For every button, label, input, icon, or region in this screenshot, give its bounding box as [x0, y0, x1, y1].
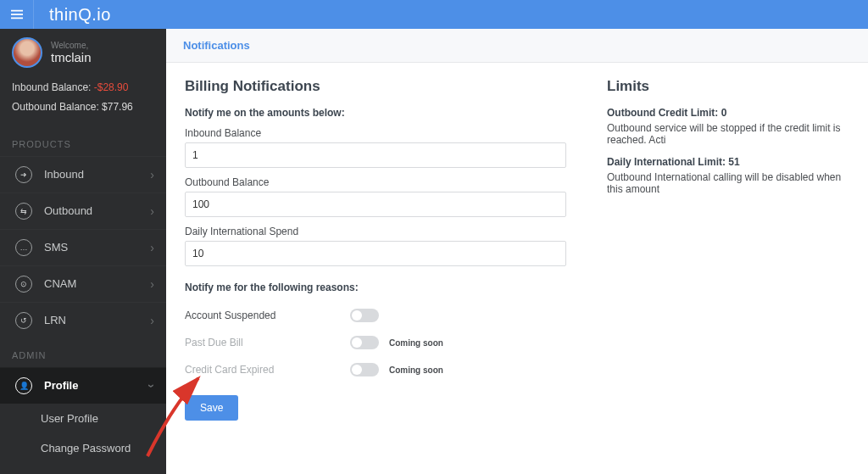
sidebar-item-label: Outbound [44, 204, 150, 217]
reason-label: Credit Card Expired [185, 364, 350, 376]
save-button[interactable]: Save [185, 395, 238, 421]
username: tmclain [51, 50, 92, 64]
welcome-label: Welcome, [51, 41, 92, 50]
reasons-subhead: Notify me for the following reasons: [185, 282, 566, 293]
reason-label: Past Due Bill [185, 337, 350, 349]
sidebar-item-label: SMS [44, 241, 150, 254]
brand-logo: thinQ.io [34, 5, 111, 25]
credit-limit-label: Outbound Credit Limit: 0 [607, 107, 849, 119]
inbound-balance-input[interactable] [185, 142, 566, 168]
inbound-balance-value: -$28.90 [94, 81, 129, 93]
chevron-right-icon: › [150, 204, 154, 218]
sidebar-item-sms[interactable]: … SMS › [0, 229, 166, 265]
sidebar-item-profile[interactable]: 👤 Profile › [0, 367, 166, 404]
reason-label: Account Suspended [185, 309, 350, 321]
reason-row: Credit Card Expired Coming soon [185, 356, 566, 383]
subnav-notifications[interactable]: Notifications [0, 463, 166, 474]
menu-toggle-button[interactable] [0, 0, 34, 29]
chevron-right-icon: › [150, 314, 154, 327]
user-block: Welcome, tmclain [0, 29, 166, 78]
cnam-icon: ⊙ [15, 276, 32, 293]
sidebar: Welcome, tmclain Inbound Balance: -$28.9… [0, 29, 166, 474]
inbound-balance-label: Inbound Balance [185, 127, 566, 139]
hamburger-icon [11, 8, 23, 20]
outbound-balance-value: $77.96 [102, 101, 133, 113]
reason-row: Account Suspended [185, 302, 566, 329]
breadcrumb: Notifications [183, 39, 250, 52]
sidebar-item-label: CNAM [44, 277, 150, 290]
profile-subnav: User Profile Change Password Notificatio… [0, 404, 166, 474]
account-suspended-toggle[interactable] [350, 309, 379, 322]
breadcrumb-bar: Notifications [166, 29, 868, 63]
lrn-icon: ↺ [15, 312, 32, 329]
balances: Inbound Balance: -$28.90 Outbound Balanc… [0, 78, 166, 127]
past-due-toggle[interactable] [350, 336, 379, 349]
sms-icon: … [15, 239, 32, 256]
intl-limit-label: Daily International Limit: 51 [607, 156, 849, 168]
profile-icon: 👤 [15, 377, 32, 394]
chevron-right-icon: › [150, 277, 154, 291]
admin-section-label: ADMIN [0, 338, 166, 367]
inbound-balance-label: Inbound Balance: [12, 81, 91, 93]
svg-rect-0 [11, 10, 23, 12]
chevron-down-icon: › [146, 383, 159, 388]
limits-panel: Limits Outbound Credit Limit: 0 Outbound… [607, 78, 849, 421]
svg-rect-2 [11, 18, 23, 20]
outbound-icon: ⇆ [15, 203, 32, 220]
outbound-balance-label: Outbound Balance: [12, 101, 99, 113]
topbar: thinQ.io [0, 0, 868, 29]
avatar [12, 37, 42, 68]
intl-spend-label: Daily International Spend [185, 226, 566, 237]
chevron-right-icon: › [150, 168, 154, 181]
svg-rect-1 [11, 14, 23, 15]
intl-spend-input[interactable] [185, 241, 566, 266]
sidebar-item-inbound[interactable]: ➜ Inbound › [0, 156, 166, 192]
cc-expired-toggle[interactable] [350, 363, 379, 376]
inbound-icon: ➜ [15, 166, 32, 183]
sidebar-item-label: Profile [44, 379, 150, 392]
chevron-right-icon: › [150, 241, 154, 254]
billing-panel: Billing Notifications Notify me on the a… [185, 78, 566, 421]
main: Notifications Billing Notifications Noti… [166, 29, 868, 474]
products-section-label: PRODUCTS [0, 127, 166, 156]
subnav-change-password[interactable]: Change Password [0, 433, 166, 463]
sidebar-item-label: LRN [44, 314, 150, 326]
subnav-user-profile[interactable]: User Profile [0, 404, 166, 433]
sidebar-item-label: Inbound [44, 168, 150, 181]
coming-soon-badge: Coming soon [389, 365, 443, 375]
credit-limit-note: Outbound service will be stopped if the … [607, 122, 849, 146]
coming-soon-badge: Coming soon [389, 338, 443, 348]
sidebar-item-outbound[interactable]: ⇆ Outbound › [0, 192, 166, 229]
reason-row: Past Due Bill Coming soon [185, 329, 566, 356]
billing-title: Billing Notifications [185, 78, 566, 95]
limits-title: Limits [607, 78, 849, 95]
outbound-balance-input[interactable] [185, 192, 566, 217]
intl-limit-note: Outbound International calling will be d… [607, 171, 849, 195]
sidebar-item-cnam[interactable]: ⊙ CNAM › [0, 265, 166, 302]
sidebar-item-lrn[interactable]: ↺ LRN › [0, 302, 166, 338]
amounts-subhead: Notify me on the amounts below: [185, 107, 566, 119]
outbound-balance-label: Outbound Balance [185, 176, 566, 188]
